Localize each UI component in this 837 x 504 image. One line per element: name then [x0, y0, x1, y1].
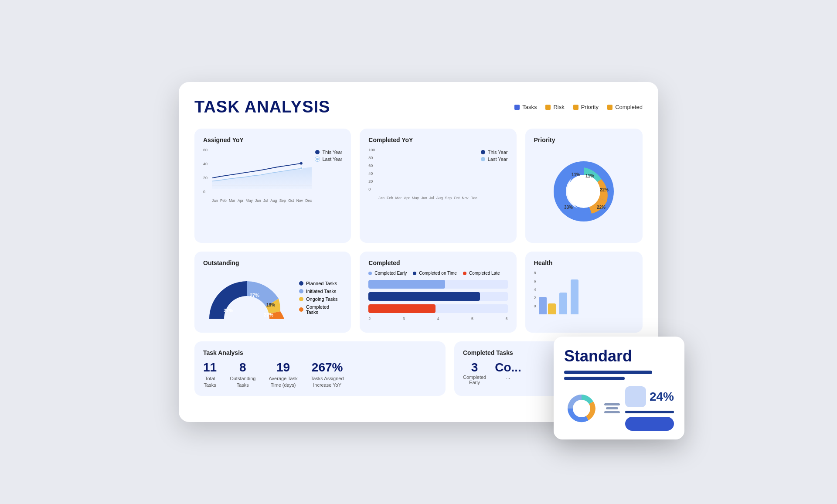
priority-dot	[573, 105, 578, 110]
svg-text:18%: 18%	[266, 303, 275, 307]
bar-row-1	[368, 280, 507, 289]
bar-late	[368, 304, 435, 313]
std-bar-2	[564, 377, 625, 380]
health-panel: Health 86420	[525, 252, 643, 333]
icon-line-2	[606, 407, 618, 409]
svg-point-1	[300, 167, 303, 170]
stat-outstanding: 8 OutstandingTasks	[230, 361, 255, 388]
initiated-dot	[299, 289, 303, 293]
task-analysis-panel: Task Analysis 11 TotalTasks 8 Outstandin…	[194, 341, 446, 396]
legend-this-year: This Year	[315, 150, 342, 155]
standard-bars	[564, 371, 674, 380]
completed-x-axis: 23456	[368, 317, 507, 321]
icon-line-1	[604, 403, 620, 405]
comp-stat-other: Co... ...	[495, 361, 521, 385]
legend-bar: Tasks Risk Priority Completed	[514, 104, 643, 110]
task-stats-row: 11 TotalTasks 8 OutstandingTasks 19 Aver…	[203, 361, 437, 388]
stat-total-tasks: 11 TotalTasks	[203, 361, 217, 388]
assigned-yoy-title: Assigned YoY	[203, 136, 342, 143]
bar-early	[368, 280, 445, 289]
svg-text:22%: 22%	[600, 187, 609, 192]
priority-label: Priority	[581, 104, 599, 110]
std-blue-box	[625, 386, 646, 407]
completed-dot	[607, 105, 612, 110]
dashboard-header: TASK ANALYSIS Tasks Risk Priority Comple…	[194, 98, 643, 116]
risk-dot	[545, 105, 551, 110]
completed-tasks-dot	[299, 307, 303, 312]
standard-pct-section: 24%	[625, 386, 674, 431]
ongoing-dot	[299, 297, 303, 301]
standard-percentage: 24%	[650, 390, 674, 404]
stat-increase-yoy: 267% Tasks AssignedIncrease YoY	[311, 361, 344, 388]
legend-risk: Risk	[545, 104, 564, 110]
standard-donut-svg	[564, 391, 599, 426]
outstanding-semi-pie: 27% 27% 18% 27%	[203, 271, 290, 325]
tasks-dot	[514, 105, 520, 110]
outstanding-panel: Outstanding	[194, 252, 351, 333]
std-bar-1	[564, 371, 652, 374]
assigned-legend: This Year Last Year	[315, 150, 342, 203]
row-1: Assigned YoY 60 40 20 0	[194, 129, 643, 243]
svg-text:33%: 33%	[564, 205, 573, 210]
risk-label: Risk	[553, 104, 564, 110]
semi-pie-svg: 27% 27% 18% 27%	[203, 271, 290, 323]
bar-row-3	[368, 304, 507, 313]
tasks-label: Tasks	[522, 104, 537, 110]
legend-priority: Priority	[573, 104, 599, 110]
comp-stat-early: 3 CompletedEarly	[463, 361, 486, 385]
priority-title: Priority	[534, 136, 634, 143]
completed-bar-legend: Completed Early Completed on Time Comple…	[368, 271, 507, 276]
priority-donut: 11% 22% 22% 33% 11%	[534, 148, 634, 235]
standard-bottom: 24%	[564, 386, 674, 431]
icon-lines-container	[604, 403, 620, 413]
legend-completed: Completed	[607, 104, 643, 110]
comp-yoy-legend: This Year Last Year	[481, 150, 508, 200]
svg-text:11%: 11%	[572, 172, 580, 177]
x-axis-comp-yoy: JanFebMarAprMayJunJulAugSepOctNovDec	[378, 196, 477, 200]
this-year-dot	[315, 150, 320, 154]
bar-row-2	[368, 292, 507, 301]
svg-text:27%: 27%	[264, 312, 273, 317]
completed-yoy-bars	[378, 148, 477, 196]
y-axis-assigned: 60 40 20 0	[203, 148, 208, 203]
svg-point-14	[573, 400, 590, 417]
assigned-line-chart	[212, 148, 312, 196]
health-bars	[539, 271, 578, 314]
bar-ontime	[368, 292, 480, 301]
legend-tasks: Tasks	[514, 104, 537, 110]
last-year-dot	[315, 157, 320, 161]
svg-text:11%: 11%	[585, 174, 594, 178]
x-axis-assigned: JanFebMarAprMayJunJulAugSepOctNovDec	[212, 198, 312, 203]
priority-donut-svg: 11% 22% 22% 33% 11%	[544, 152, 623, 231]
completed-yoy-panel: Completed YoY 100806040200	[360, 129, 516, 243]
svg-text:27%: 27%	[250, 293, 259, 298]
svg-point-4	[567, 175, 600, 208]
completed-title: Completed	[368, 259, 507, 266]
page-title: TASK ANALYSIS	[194, 98, 330, 116]
svg-text:22%: 22%	[597, 205, 606, 210]
outstanding-content: 27% 27% 18% 27% Planned Tasks	[203, 271, 342, 325]
y-axis-comp-yoy: 100806040200	[368, 148, 375, 200]
icon-line-3	[604, 411, 620, 413]
stat-avg-time: 19 Average TaskTime (days)	[269, 361, 297, 388]
cyoy-this-year: This Year	[481, 150, 508, 155]
outstanding-title: Outstanding	[203, 259, 342, 266]
health-title: Health	[534, 259, 634, 266]
horizontal-bars	[368, 280, 507, 313]
std-pct-bar	[625, 411, 674, 413]
svg-point-0	[300, 162, 303, 165]
assigned-yoy-panel: Assigned YoY 60 40 20 0	[194, 129, 351, 243]
outstanding-legend: Planned Tasks Initiated Tasks Ongoing Ta…	[299, 281, 342, 315]
task-analysis-title: Task Analysis	[203, 349, 437, 356]
standard-card-title: Standard	[564, 347, 674, 365]
priority-panel: Priority	[525, 129, 643, 243]
row-2: Outstanding	[194, 252, 643, 333]
svg-text:27%: 27%	[224, 308, 233, 313]
cyoy-last-year: Last Year	[481, 157, 508, 162]
completed-yoy-title: Completed YoY	[368, 136, 507, 143]
legend-last-year: Last Year	[315, 157, 342, 162]
completed-label: Completed	[615, 104, 643, 110]
completed-panel: Completed Completed Early Completed on T…	[360, 252, 516, 333]
standard-button[interactable]	[625, 417, 674, 431]
standard-overlay-card: Standard 24%	[554, 337, 684, 439]
